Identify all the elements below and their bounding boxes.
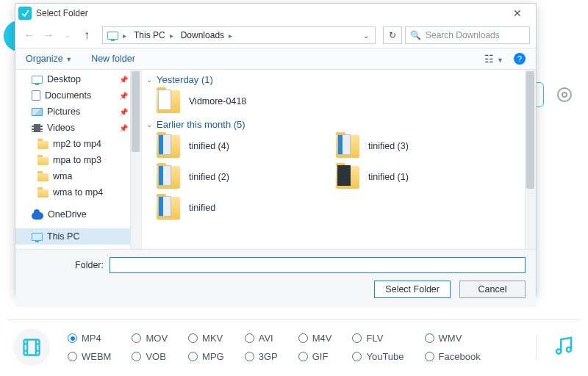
search-input[interactable]: 🔍 Search Downloads [405, 26, 530, 44]
radio-icon [352, 333, 362, 343]
folder-item[interactable]: tinified (4) [155, 133, 324, 159]
video-category-icon[interactable] [13, 329, 50, 366]
format-label: YouTube [366, 351, 404, 362]
tree-item[interactable]: Videos📌 [15, 120, 141, 136]
cancel-button[interactable]: Cancel [459, 281, 526, 298]
tree-item[interactable]: This PC [15, 228, 141, 245]
scrollbar[interactable] [525, 70, 536, 249]
group-header[interactable]: ⌄Earlier this month (5) [142, 115, 524, 133]
select-folder-dialog: Select Folder ✕ ← → ⌄ ↑ ▸ This PC▸ Downl… [15, 3, 537, 295]
tree-item[interactable]: mpa to mp3 [15, 152, 141, 168]
group-header[interactable]: ⌄Yesterday (1) [142, 70, 524, 88]
organize-menu[interactable]: Organize ▼ [26, 54, 72, 64]
format-option[interactable]: M4V [298, 333, 332, 344]
toolbar: Organize ▼ New folder ☷ ▼ ? [15, 48, 536, 70]
format-label: GIF [312, 351, 329, 362]
tree-item[interactable]: mp2 to mp4 [15, 136, 141, 152]
tree-item[interactable]: Pictures📌 [15, 104, 141, 120]
tree-item[interactable]: Documents📌 [15, 87, 141, 104]
nav-back-icon[interactable]: ← [21, 27, 37, 43]
tree-item-label: mpa to mp3 [53, 155, 101, 165]
tree-item[interactable]: Desktop📌 [15, 71, 141, 87]
nav-up-icon[interactable]: ↑ [79, 27, 95, 43]
pin-icon: 📌 [119, 76, 128, 84]
folder-item[interactable]: Vidmore-0418 [155, 88, 324, 115]
folder-item[interactable]: tinified (2) [155, 164, 324, 190]
folder-name-input[interactable] [110, 257, 526, 273]
close-icon[interactable]: ✕ [505, 7, 530, 19]
nav-row: ← → ⌄ ↑ ▸ This PC▸ Downloads▸ ⌄ ↻ 🔍 Sear… [15, 23, 536, 48]
radio-icon [298, 333, 308, 343]
folder-item-label: tinified (4) [189, 141, 229, 151]
folder-icon [37, 173, 49, 181]
tree-item-label: Desktop [47, 74, 81, 84]
audio-category-icon[interactable] [536, 335, 575, 360]
format-label: M4V [312, 333, 332, 344]
nav-forward-icon[interactable]: → [40, 27, 57, 43]
refresh-button[interactable]: ↻ [383, 26, 402, 44]
app-icon [18, 7, 32, 20]
mon-icon [32, 233, 43, 241]
nav-recent-chevron[interactable]: ⌄ [60, 27, 76, 43]
format-option[interactable]: 3GP [245, 351, 278, 362]
this-pc-icon [107, 32, 118, 40]
format-grid: MP4MOVMKVAVIM4VFLVWMVWEBMVOBMPG3GPGIFYou… [68, 333, 481, 362]
folder-item[interactable]: tinified [155, 195, 324, 221]
scrollbar[interactable] [130, 70, 141, 249]
cloud-icon [32, 212, 43, 220]
radio-icon [188, 333, 198, 343]
select-folder-button[interactable]: Select Folder [374, 281, 451, 298]
svg-point-1 [556, 349, 561, 353]
radio-icon [425, 333, 434, 343]
folder-icon [37, 157, 49, 165]
format-option[interactable]: YouTube [352, 351, 404, 362]
folder-item-label: Vidmore-0418 [189, 96, 246, 106]
breadcrumb[interactable]: ▸ This PC▸ Downloads▸ ⌄ [102, 26, 376, 44]
folder-item-label: tinified (1) [368, 172, 409, 182]
tree-item-label: wma [53, 171, 72, 181]
chevron-right-icon: ▸ [168, 32, 175, 40]
pin-icon: 📌 [119, 92, 128, 100]
format-option[interactable]: MP4 [68, 333, 111, 344]
tree-item[interactable]: OneDrive [15, 206, 141, 223]
format-option[interactable]: MKV [188, 333, 224, 344]
radio-icon [298, 352, 308, 361]
nav-tree: Desktop📌Documents📌Pictures📌Videos📌mp2 to… [15, 70, 142, 249]
radio-icon [68, 333, 77, 343]
folder-icon [37, 189, 49, 198]
format-option[interactable]: FLV [352, 333, 404, 344]
format-label: Facebook [439, 351, 481, 362]
chevron-down-icon: ⌄ [146, 120, 152, 129]
breadcrumb-seg[interactable]: This PC▸ [131, 30, 178, 40]
new-folder-button[interactable]: New folder [91, 54, 135, 64]
tree-item[interactable]: wma [15, 168, 141, 184]
format-option[interactable]: Facebook [425, 351, 481, 362]
folder-item-label: tinified (2) [189, 172, 229, 182]
format-option[interactable]: WMV [425, 333, 481, 344]
format-option[interactable]: MPG [188, 351, 224, 362]
folder-item[interactable]: tinified (3) [334, 133, 503, 159]
tree-item-label: wma to mp4 [53, 187, 103, 198]
group-title: Earlier this month (5) [157, 119, 245, 130]
view-options-icon[interactable]: ☷ ▼ [484, 53, 503, 65]
settings-gear-icon[interactable] [557, 87, 572, 102]
dialog-footer: Folder: Select Folder Cancel [15, 249, 536, 307]
search-icon: 🔍 [410, 30, 421, 40]
format-label: FLV [366, 333, 383, 344]
format-option[interactable]: AVI [245, 333, 278, 344]
folder-item[interactable]: tinified (1) [334, 164, 503, 190]
tree-item-label: Pictures [47, 106, 80, 117]
content-pane: ⌄Yesterday (1)Vidmore-0418⌄Earlier this … [142, 70, 536, 249]
breadcrumb-dropdown-icon[interactable]: ⌄ [359, 32, 373, 40]
help-icon[interactable]: ? [514, 53, 526, 65]
format-option[interactable]: VOB [132, 351, 168, 362]
format-label: MPG [202, 351, 224, 362]
folder-item-label: tinified (3) [368, 141, 409, 151]
radio-icon [425, 352, 434, 361]
tree-item[interactable]: wma to mp4 [15, 184, 141, 200]
format-label: MKV [202, 333, 223, 344]
format-option[interactable]: WEBM [68, 351, 111, 362]
format-option[interactable]: GIF [298, 351, 332, 362]
breadcrumb-seg[interactable]: Downloads▸ [178, 30, 237, 40]
format-option[interactable]: MOV [132, 333, 168, 344]
